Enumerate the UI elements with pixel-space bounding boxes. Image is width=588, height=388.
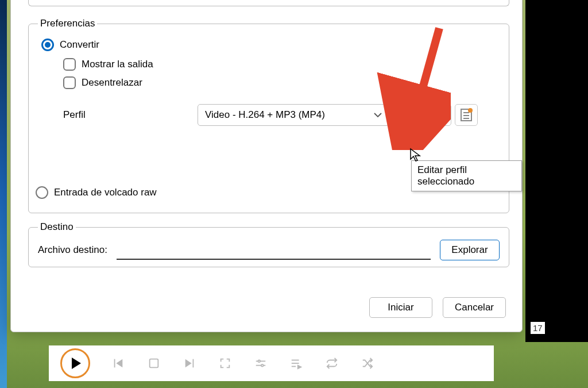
- browse-button[interactable]: Explorar: [440, 240, 500, 260]
- destination-file-input[interactable]: [117, 240, 431, 260]
- show-output-checkbox[interactable]: Mostrar la salida: [63, 58, 500, 71]
- settings-sliders-icon[interactable]: [253, 356, 268, 371]
- document-icon: [461, 109, 472, 121]
- destination-file-label: Archivo destino:: [38, 244, 107, 256]
- destination-legend: Destino: [38, 221, 76, 233]
- convert-dialog: Preferencias Convertir Mostrar la salida…: [10, 0, 523, 332]
- destination-fieldset: Destino Archivo destino: Explorar: [28, 221, 509, 267]
- play-button[interactable]: [60, 348, 90, 378]
- delete-profile-button[interactable]: ✕: [428, 104, 451, 126]
- time-label: 17: [531, 322, 545, 334]
- svg-marker-1: [116, 359, 122, 368]
- profile-label: Perfil: [63, 109, 198, 121]
- x-icon: ✕: [435, 107, 445, 122]
- wrench-icon: [407, 109, 420, 121]
- convert-radio[interactable]: Convertir: [41, 39, 500, 51]
- raw-dump-radio[interactable]: Entrada de volcado raw: [36, 186, 157, 199]
- shuffle-icon[interactable]: [360, 356, 375, 371]
- start-button[interactable]: Iniciar: [369, 297, 432, 318]
- chevron-down-icon: [374, 110, 382, 120]
- svg-point-8: [261, 364, 264, 367]
- svg-marker-4: [185, 359, 192, 368]
- edit-profile-button[interactable]: [402, 104, 425, 126]
- next-track-icon[interactable]: [182, 356, 197, 371]
- cancel-button[interactable]: Cancelar: [443, 297, 506, 318]
- deinterlace-checkbox[interactable]: Desentrelazar: [63, 76, 500, 89]
- deinterlace-label: Desentrelazar: [82, 77, 142, 89]
- player-controls-bar: [49, 345, 494, 381]
- prev-track-icon[interactable]: [111, 356, 126, 371]
- new-profile-button[interactable]: [455, 104, 478, 126]
- profile-select-value: Video - H.264 + MP3 (MP4): [205, 109, 325, 121]
- profile-select[interactable]: Video - H.264 + MP3 (MP4): [198, 104, 389, 126]
- stop-icon[interactable]: [146, 356, 161, 371]
- repeat-icon[interactable]: [324, 356, 339, 371]
- svg-point-6: [258, 360, 260, 363]
- tooltip: Editar perfil seleccionado: [411, 160, 522, 191]
- show-output-label: Mostrar la salida: [82, 59, 153, 70]
- convert-radio-label: Convertir: [60, 39, 99, 51]
- raw-dump-radio-label: Entrada de volcado raw: [54, 187, 157, 198]
- playlist-icon[interactable]: [289, 356, 304, 371]
- fullscreen-icon[interactable]: [218, 356, 233, 371]
- preferences-legend: Preferencias: [38, 18, 97, 29]
- svg-marker-12: [298, 366, 301, 369]
- svg-rect-2: [150, 359, 158, 368]
